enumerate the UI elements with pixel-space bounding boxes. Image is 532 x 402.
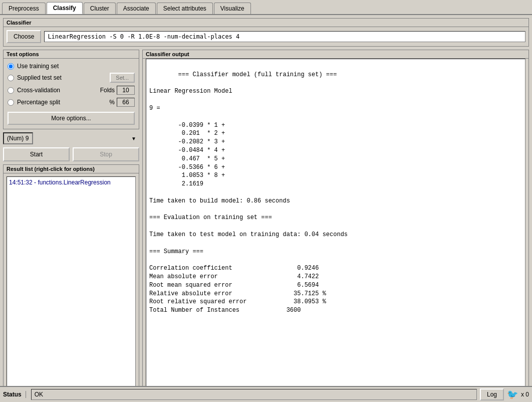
x-count: x 0 <box>521 391 529 398</box>
log-button[interactable]: Log <box>480 388 504 400</box>
supplied-test-row: Supplied test set Set... <box>8 73 135 83</box>
percent-input[interactable] <box>117 98 135 107</box>
folds-extra: Folds <box>100 86 135 95</box>
supplied-test-radio[interactable] <box>8 75 14 81</box>
tab-classify[interactable]: Classify <box>47 2 83 14</box>
main-content: Classifier Choose Test options Use train… <box>0 15 532 402</box>
test-options-title: Test options <box>4 50 139 59</box>
num-dropdown-row: (Num) 9 <box>3 132 139 144</box>
classifier-input[interactable] <box>44 31 525 42</box>
result-item[interactable]: 14:51:32 - functions.LinearRegression <box>9 179 133 186</box>
use-training-radio[interactable] <box>8 63 14 70</box>
use-training-label: Use training set <box>17 63 135 70</box>
classifier-section-title: Classifier <box>4 19 528 27</box>
tab-select-attributes[interactable]: Select attributes <box>157 3 213 14</box>
tab-visualize[interactable]: Visualize <box>214 3 251 14</box>
test-options-content: Use training set Supplied test set Set..… <box>4 59 139 129</box>
percentage-split-label: Percentage split <box>17 99 106 106</box>
left-panel: Test options Use training set Supplied t… <box>3 50 139 399</box>
set-button[interactable]: Set... <box>110 73 135 83</box>
result-list-group: Result list (right-click for options) 14… <box>3 164 139 399</box>
tab-cluster[interactable]: Cluster <box>84 3 116 14</box>
num-select[interactable]: (Num) 9 <box>3 132 33 144</box>
two-column-layout: Test options Use training set Supplied t… <box>3 50 529 399</box>
classifier-output-title: Classifier output <box>143 50 528 59</box>
status-text: OK <box>35 391 43 398</box>
action-buttons: Start Stop <box>3 147 139 161</box>
status-title: Status <box>3 391 26 398</box>
stop-button[interactable]: Stop <box>73 147 139 161</box>
choose-button[interactable]: Choose <box>7 30 41 43</box>
folds-input[interactable] <box>117 86 135 95</box>
percentage-split-row: Percentage split % <box>8 98 135 107</box>
status-bar: Status OK Log 🐦 x 0 <box>0 386 532 402</box>
percent-extra: % <box>109 98 135 107</box>
bird-icon: 🐦 <box>507 389 518 400</box>
tab-bar: Preprocess Classify Cluster Associate Se… <box>0 0 532 15</box>
supplied-test-label: Supplied test set <box>17 74 107 81</box>
num-select-wrapper: (Num) 9 <box>3 132 139 144</box>
start-button[interactable]: Start <box>3 147 70 161</box>
cross-validation-radio[interactable] <box>8 87 14 94</box>
cross-validation-row: Cross-validation Folds <box>8 86 135 95</box>
classifier-group: Classifier Choose <box>3 18 529 47</box>
folds-label: Folds <box>100 87 115 94</box>
result-list-title: Result list (right-click for options) <box>4 165 139 173</box>
right-panel: Classifier output === Classifier model (… <box>142 50 529 399</box>
tab-associate[interactable]: Associate <box>117 3 156 14</box>
result-list-content: 14:51:32 - functions.LinearRegression <box>7 176 136 395</box>
status-text-area: OK <box>31 389 477 400</box>
tab-preprocess[interactable]: Preprocess <box>2 3 46 14</box>
classifier-output-area[interactable]: === Classifier model (full training set)… <box>146 59 525 395</box>
more-options-button[interactable]: More options... <box>8 112 135 125</box>
percent-symbol: % <box>109 99 115 106</box>
use-training-row: Use training set <box>8 63 135 70</box>
percentage-split-radio[interactable] <box>8 99 14 106</box>
cross-validation-label: Cross-validation <box>17 87 97 94</box>
classifier-row: Choose <box>4 27 528 46</box>
test-options-group: Test options Use training set Supplied t… <box>3 50 139 129</box>
output-content: === Classifier model (full training set)… <box>149 71 348 314</box>
